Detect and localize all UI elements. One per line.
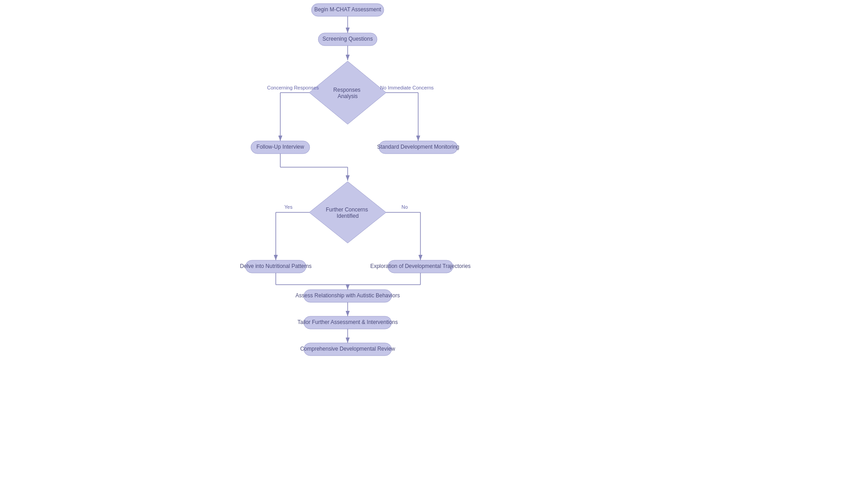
responses-analysis-label: Responses Analysis — [333, 87, 362, 99]
flowchart-container: Begin M-CHAT Assessment Screening Questi… — [0, 0, 868, 488]
dev-traj-label: Exploration of Developmental Trajectorie… — [370, 263, 471, 269]
concerning-label: Concerning Responses — [267, 85, 319, 90]
standard-dev-label: Standard Development Monitoring — [377, 144, 459, 150]
comprehensive-label: Comprehensive Developmental Review — [300, 346, 395, 352]
tailor-label: Tailor Further Assessment & Intervention… — [297, 319, 398, 325]
nutritional-label: Delve into Nutritional Patterns — [240, 263, 312, 269]
autistic-behaviors-label: Assess Relationship with Autistic Behavi… — [296, 292, 400, 299]
screening-label: Screening Questions — [322, 36, 373, 42]
no-concerns-label: No Immediate Concerns — [380, 85, 434, 90]
no-label: No — [401, 204, 408, 210]
followup-label: Follow-Up Interview — [256, 144, 304, 150]
begin-label: Begin M-CHAT Assessment — [314, 6, 381, 13]
yes-label: Yes — [284, 204, 292, 210]
